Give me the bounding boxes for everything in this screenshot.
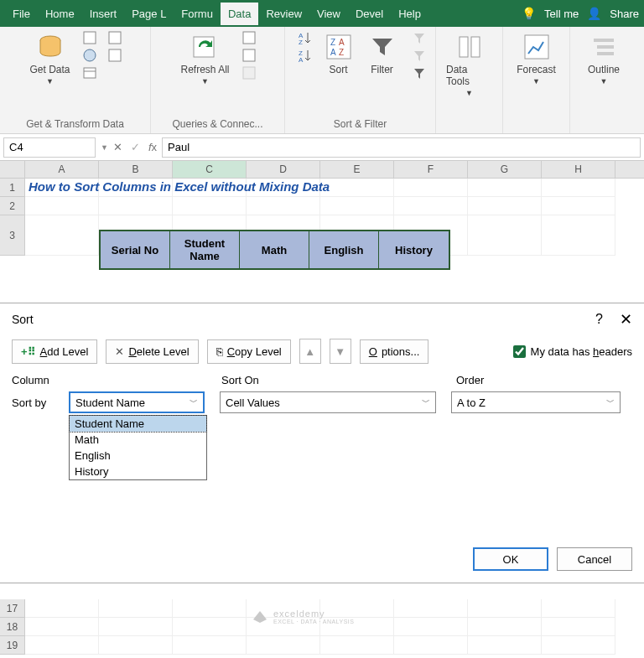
row-header[interactable]: 1 — [0, 179, 25, 197]
options-button[interactable]: Options... — [360, 339, 429, 364]
svg-rect-24 — [597, 45, 614, 49]
tab-help[interactable]: Help — [391, 3, 428, 25]
sort-desc-icon[interactable]: ZA — [297, 48, 314, 63]
th-history[interactable]: History — [379, 231, 449, 268]
ok-button[interactable]: OK — [473, 547, 548, 571]
database-icon — [35, 32, 65, 62]
sort-button[interactable]: ZAAZ Sort — [320, 30, 357, 77]
row-header[interactable]: 17 — [0, 599, 25, 618]
add-level-button[interactable]: +⠿ AAdd Leveldd Level — [12, 339, 97, 364]
order-combo[interactable]: A to Z﹀ — [451, 391, 621, 413]
ribbon-tabs: File Home Insert Page L Formu Data Revie… — [0, 0, 644, 27]
plus-icon: +⠿ — [21, 345, 36, 358]
dropdown-option[interactable]: Student Name — [70, 416, 206, 432]
data-tools-button[interactable]: Data Tools▼ — [443, 30, 496, 99]
fx-icon[interactable]: fx — [148, 141, 157, 153]
col-header-a[interactable]: A — [25, 161, 99, 178]
worksheet[interactable]: A B C D E F G H 1 2 3 How to Sort Column… — [0, 161, 644, 256]
from-table-icon[interactable] — [82, 65, 99, 80]
name-box[interactable] — [3, 137, 96, 158]
dropdown-option[interactable]: History — [70, 464, 206, 479]
share-icon: 👤 — [587, 7, 601, 20]
delete-level-button[interactable]: ✕ Delete Level — [106, 339, 198, 364]
cancel-button[interactable]: Cancel — [557, 547, 632, 571]
clear-icon[interactable] — [411, 30, 428, 45]
refresh-all-button[interactable]: Refresh All▼ — [177, 30, 232, 87]
funnel-icon — [367, 32, 397, 62]
headers-checkbox[interactable]: My data has headers — [513, 345, 632, 358]
svg-text:Z: Z — [330, 38, 335, 47]
tab-pagelayout[interactable]: Page L — [124, 3, 174, 25]
watermark: exceldemy EXCEL · DATA · ANALYSIS — [252, 608, 354, 624]
tab-file[interactable]: File — [5, 3, 38, 25]
cancel-icon[interactable]: ✕ — [113, 141, 122, 153]
col-header-e[interactable]: E — [320, 161, 394, 178]
col-header-h[interactable]: H — [542, 161, 615, 178]
refresh-icon — [190, 32, 221, 62]
tab-developer[interactable]: Devel — [348, 3, 391, 25]
th-student[interactable]: Student Name — [170, 231, 240, 268]
th-math[interactable]: Math — [240, 231, 309, 268]
headers-checkbox-input[interactable] — [513, 345, 526, 358]
tellme-search[interactable]: Tell me — [544, 8, 579, 20]
properties-icon[interactable] — [242, 48, 258, 63]
filter-button[interactable]: Filter — [364, 30, 401, 77]
forecast-button[interactable]: Forecast▼ — [513, 30, 559, 87]
svg-rect-22 — [525, 35, 548, 59]
tab-formulas[interactable]: Formu — [174, 3, 221, 25]
col-header-b[interactable]: B — [99, 161, 173, 178]
move-up-button[interactable]: ▲ — [299, 339, 321, 364]
svg-text:A: A — [330, 48, 336, 57]
sort-asc-icon[interactable]: AZ — [297, 30, 314, 45]
col-header-g[interactable]: G — [468, 161, 542, 178]
help-icon[interactable]: ? — [595, 312, 603, 327]
tab-home[interactable]: Home — [38, 3, 82, 25]
dialog-title: Sort — [12, 313, 34, 326]
sorton-combo[interactable]: Cell Values﹀ — [220, 391, 436, 413]
row-header[interactable]: 19 — [0, 636, 25, 655]
editlinks-icon[interactable] — [242, 65, 258, 80]
row-header[interactable]: 3 — [0, 215, 25, 256]
queries-icon[interactable] — [242, 30, 258, 45]
close-icon[interactable]: ✕ — [620, 310, 632, 329]
col-header-d[interactable]: D — [247, 161, 320, 178]
formula-input[interactable] — [162, 137, 641, 158]
group-sort-filter: Sort & Filter — [334, 117, 387, 132]
recent-icon[interactable] — [107, 30, 124, 45]
col-header-c[interactable]: C — [173, 161, 247, 178]
select-all-corner[interactable] — [0, 161, 25, 178]
tab-insert[interactable]: Insert — [82, 3, 125, 25]
dropdown-option[interactable]: English — [70, 448, 206, 464]
share-button[interactable]: Share — [610, 8, 639, 20]
svg-text:Z: Z — [339, 48, 344, 57]
th-english[interactable]: English — [309, 231, 379, 268]
svg-rect-9 — [243, 49, 255, 61]
row-header[interactable]: 2 — [0, 197, 25, 215]
svg-rect-21 — [471, 37, 480, 57]
copy-level-button[interactable]: ⎘ Copy Level — [207, 339, 291, 364]
move-down-button[interactable]: ▼ — [330, 339, 351, 364]
connections-icon[interactable] — [107, 48, 124, 63]
tab-review[interactable]: Review — [258, 3, 309, 25]
dropdown-option[interactable]: Math — [70, 432, 206, 448]
col-header-f[interactable]: F — [394, 161, 468, 178]
from-web-icon[interactable] — [82, 48, 99, 63]
outline-button[interactable]: Outline▼ — [584, 30, 623, 87]
enter-icon[interactable]: ✓ — [131, 141, 140, 153]
tab-view[interactable]: View — [309, 3, 348, 25]
advanced-icon[interactable] — [411, 65, 428, 80]
data-tools-icon — [454, 32, 485, 62]
tab-data[interactable]: Data — [221, 3, 258, 25]
svg-rect-1 — [84, 32, 96, 44]
reapply-icon[interactable] — [411, 48, 428, 63]
svg-rect-10 — [243, 67, 255, 79]
sortby-combo[interactable]: Student Name﹀ Student Name Math English … — [69, 391, 205, 413]
sorton-header-label: Sort On — [221, 374, 456, 386]
get-data-button[interactable]: Get Data▼ — [26, 30, 73, 87]
forecast-icon — [522, 32, 552, 62]
th-serial[interactable]: Serial No — [101, 231, 170, 268]
svg-rect-25 — [597, 52, 614, 55]
row-header[interactable]: 18 — [0, 618, 25, 636]
from-text-icon[interactable] — [82, 30, 99, 45]
ribbon: Get Data▼ Get & Transform Data Refresh A… — [0, 27, 644, 134]
